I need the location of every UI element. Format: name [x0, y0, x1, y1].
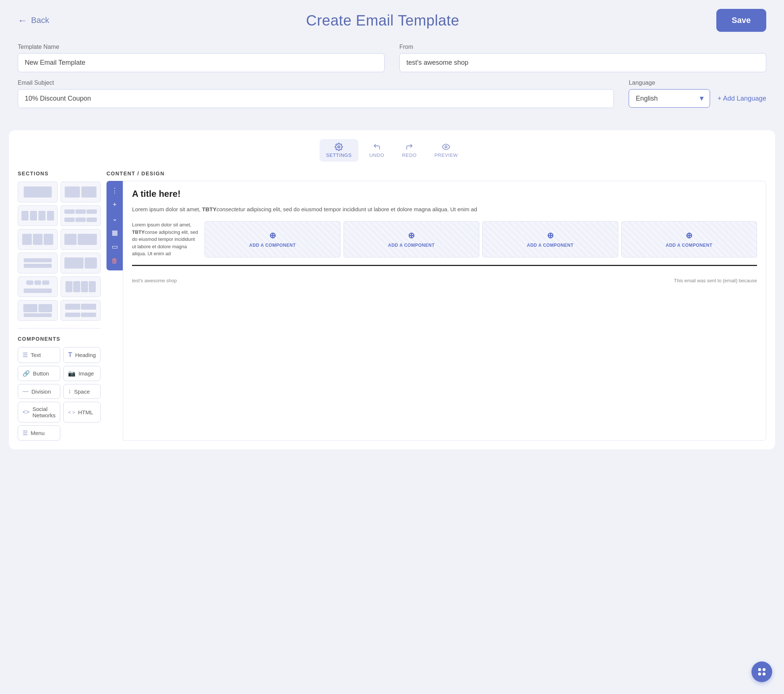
- email-footer-email: This email was sent to {email} because: [674, 275, 757, 286]
- component-html-label: HTML: [78, 409, 93, 415]
- add-component-cell-4[interactable]: ⊕ ADD A COMPONENT: [621, 221, 758, 257]
- fab-dot-2: [763, 668, 766, 671]
- component-social-label: Social Networks: [33, 406, 56, 419]
- section-thumb-4col[interactable]: [61, 276, 100, 297]
- sections-title: SECTIONS: [18, 171, 100, 176]
- component-heading[interactable]: T Heading: [63, 347, 100, 363]
- undo-icon: [373, 143, 381, 151]
- email-subject-input[interactable]: [18, 89, 614, 108]
- expand-button[interactable]: ⌄: [108, 212, 121, 225]
- undo-toolbar-button[interactable]: UNDO: [363, 139, 391, 162]
- section-thumb-rows[interactable]: [18, 253, 58, 274]
- space-icon: ↕: [68, 388, 71, 395]
- center-area: ⋮ + ⌄ ▦ ▭ 🗑 A title here! Lorem ipsum do…: [107, 181, 766, 440]
- section-thumb-mixed-a[interactable]: [61, 205, 100, 226]
- redo-label: REDO: [402, 152, 417, 158]
- components-title: COMPONENTS: [18, 336, 100, 342]
- component-text-label: Text: [31, 352, 41, 358]
- two-col-section: Lorem ipsum dolor sit amet, TBTYconse ad…: [132, 221, 757, 257]
- section-thumb-complex[interactable]: [61, 300, 100, 321]
- editor-container: SETTINGS UNDO REDO PREVIEW: [9, 130, 775, 450]
- component-social-networks[interactable]: <> Social Networks: [18, 402, 60, 422]
- section-thumb-sidebar-a[interactable]: [61, 229, 100, 250]
- template-name-group: Template Name: [18, 44, 385, 72]
- grid-button[interactable]: ▦: [108, 226, 121, 239]
- add-component-cell-3[interactable]: ⊕ ADD A COMPONENT: [482, 221, 618, 257]
- fab-button[interactable]: [751, 661, 772, 682]
- section-thumb-2col-b[interactable]: [18, 205, 58, 226]
- template-name-input[interactable]: [18, 53, 385, 72]
- component-button[interactable]: 🔗 Button: [18, 366, 60, 381]
- copy-button[interactable]: ▭: [108, 240, 121, 254]
- add-language-button[interactable]: + Add Language: [717, 89, 766, 108]
- plus-icon-4: ⊕: [686, 231, 693, 241]
- back-arrow-icon: ←: [18, 15, 27, 26]
- component-space[interactable]: ↕ Space: [63, 384, 100, 399]
- menu-icon: ☰: [23, 430, 28, 437]
- preview-toolbar-button[interactable]: PREVIEW: [428, 139, 464, 162]
- heading-icon: T: [68, 351, 72, 359]
- page-title: Create Email Template: [306, 12, 459, 29]
- sidebar-left: SECTIONS: [18, 171, 107, 440]
- component-menu[interactable]: ☰ Menu: [18, 425, 60, 440]
- button-icon: 🔗: [23, 370, 30, 377]
- component-division[interactable]: — Division: [18, 384, 60, 399]
- add-component-label-2: ADD A COMPONENT: [388, 243, 435, 248]
- editor-body: SECTIONS: [18, 171, 766, 440]
- social-icon: <>: [23, 409, 30, 415]
- section-thumb-3col[interactable]: [18, 229, 58, 250]
- section-thumb-mixed-b[interactable]: [18, 276, 58, 297]
- drag-handle-button[interactable]: ⋮: [108, 184, 121, 197]
- section-divider: [18, 328, 100, 328]
- email-subject-group: Email Subject: [18, 79, 614, 108]
- content-design-title: CONTENT / DESIGN: [107, 171, 766, 176]
- component-space-label: Space: [74, 388, 90, 395]
- component-heading-label: Heading: [75, 352, 96, 358]
- svg-point-0: [338, 146, 340, 148]
- from-input[interactable]: [399, 53, 766, 72]
- plus-icon-3: ⊕: [547, 231, 554, 241]
- components-grid: ☰ Text T Heading 🔗 Button 📷 Image: [18, 347, 100, 440]
- section-thumb-2col[interactable]: [61, 181, 100, 202]
- template-name-label: Template Name: [18, 44, 385, 50]
- language-label: Language: [629, 79, 766, 86]
- plus-icon-2: ⊕: [408, 231, 415, 241]
- editor-toolbar: SETTINGS UNDO REDO PREVIEW: [18, 139, 766, 162]
- sections-grid: [18, 181, 100, 321]
- section-thumb-2row-mixed[interactable]: [18, 300, 58, 321]
- email-divider: [132, 265, 757, 266]
- add-component-label-3: ADD A COMPONENT: [527, 243, 573, 248]
- add-component-label-1: ADD A COMPONENT: [249, 243, 296, 248]
- fab-dot-3: [758, 673, 761, 676]
- email-subject-label: Email Subject: [18, 79, 614, 86]
- add-component-cell-1[interactable]: ⊕ ADD A COMPONENT: [204, 221, 341, 257]
- email-col-text: Lorem ipsum dolor sit amet, TBTYconse ad…: [132, 221, 199, 257]
- fab-dot-4: [763, 673, 766, 676]
- text-icon: ☰: [23, 351, 28, 358]
- action-bar: ⋮ + ⌄ ▦ ▭ 🗑: [107, 181, 123, 270]
- language-select-wrap: English ▼: [629, 89, 710, 108]
- fab-dot-1: [758, 668, 761, 671]
- gear-icon: [335, 143, 343, 151]
- content-design-area: CONTENT / DESIGN ⋮ + ⌄ ▦ ▭ 🗑 A title her…: [107, 171, 766, 440]
- section-thumb-sidebar-b[interactable]: [61, 253, 100, 274]
- component-html[interactable]: < > HTML: [63, 402, 100, 422]
- settings-toolbar-button[interactable]: SETTINGS: [320, 139, 358, 162]
- settings-label: SETTINGS: [326, 152, 352, 158]
- component-text[interactable]: ☰ Text: [18, 347, 60, 363]
- save-button[interactable]: Save: [716, 9, 766, 32]
- back-button[interactable]: ← Back: [18, 15, 49, 26]
- email-content-area: A title here! Lorem ipsum dolor sit amet…: [123, 181, 766, 440]
- header: ← Back Create Email Template Save: [0, 0, 784, 41]
- division-icon: —: [23, 388, 28, 395]
- component-image[interactable]: 📷 Image: [63, 366, 100, 381]
- delete-button[interactable]: 🗑: [108, 254, 121, 267]
- preview-label: PREVIEW: [435, 152, 458, 158]
- language-group: Language English ▼ + Add Language: [629, 79, 766, 108]
- language-select[interactable]: English: [629, 89, 710, 108]
- email-body-text: Lorem ipsum dolor sit amet, TBTYconsecte…: [132, 205, 757, 214]
- redo-toolbar-button[interactable]: REDO: [395, 139, 423, 162]
- add-section-button[interactable]: +: [108, 198, 121, 211]
- add-component-cell-2[interactable]: ⊕ ADD A COMPONENT: [344, 221, 480, 257]
- section-thumb-1col[interactable]: [18, 181, 58, 202]
